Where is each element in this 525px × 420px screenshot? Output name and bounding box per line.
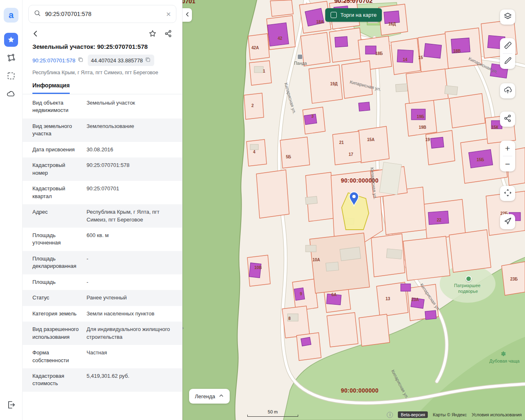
share-icon [503,114,512,124]
search-input[interactable] [45,11,162,17]
measure-button[interactable] [500,38,515,53]
layers-icon [503,12,512,23]
map-canvas[interactable] [183,0,525,420]
cloud-button[interactable] [4,87,18,101]
info-row-label: Адрес [32,208,87,224]
chevron-up-icon [219,393,224,400]
logout-icon [6,400,16,410]
locate-arrow-icon [503,217,512,227]
locate-button[interactable] [500,214,515,229]
info-row-label: Кадастровый квартал [32,185,87,200]
minus-icon: − [505,160,510,168]
info-row: Кадастровый номер90:25:070701:578 [23,158,182,181]
app-logo[interactable]: a [4,8,18,23]
star-icon [7,36,15,44]
info-row-label: Статус [32,294,87,301]
zoom-in-button[interactable]: + [500,141,515,156]
info-row-label: Вид объекта недвижимости [32,99,87,114]
pencil-icon [503,56,512,67]
info-row-label: Площадь [32,278,87,286]
collapse-panel-button[interactable] [183,8,192,22]
dashed-square-icon [6,71,16,81]
copy-icon[interactable] [145,57,151,64]
cadastral-number-chip[interactable]: 90:25:070701:578 [32,57,84,64]
upload-cloud-icon [503,86,512,96]
info-row-value: Земельный участок [87,99,176,114]
info-row-value: 90:25:070701 [87,185,176,200]
draw-button[interactable] [500,54,515,69]
info-icon[interactable]: i [387,412,393,418]
info-row-label: Кадастровая стоимость [32,372,87,388]
share-map-button[interactable] [500,112,515,127]
info-row-label: Дата присвоения [32,146,87,153]
legend-label: Легенда [195,393,215,399]
scale-label: 50 m [247,409,298,414]
info-row: Вид объекта недвижимостиЗемельный участо… [23,95,182,119]
info-table: Вид объекта недвижимостиЗемельный участо… [23,95,182,392]
pan-button[interactable] [500,186,515,201]
copy-icon[interactable] [78,57,84,64]
app-window: a ✕ Земельный уча [0,0,525,420]
info-row: Кадастровый квартал90:25:070701 [23,181,182,204]
area-select-button[interactable] [4,69,18,83]
torgi-toggle-button[interactable]: Торги на карте [325,8,382,22]
info-row: СтатусРанее учтенный [23,290,182,306]
info-row-label: Категория земель [32,310,87,317]
map-attribution: i Beta-версия Карты © Яндекс Условия исп… [387,411,522,418]
terms-link[interactable]: Условия использования [472,412,522,417]
map-scale: 50 m [247,409,298,417]
info-row-value: Для индивидуального жилищного строительс… [87,326,176,341]
coordinates-chip[interactable]: 44.407024 33.885778 [88,55,155,66]
info-row: Кадастровая стоимость5,419,301.62 руб. [23,368,182,392]
upload-button[interactable] [500,83,515,98]
zoom-group: + − [500,141,515,171]
app-iconbar: a [0,0,23,420]
object-title: Земельный участок: 90:25:070701:578 [32,43,172,50]
layers-button[interactable] [500,9,515,25]
maps-copyright-link[interactable]: Карты © Яндекс [433,412,467,417]
tab-information[interactable]: Информация [32,82,70,94]
info-row: Вид земельного участкаЗемлепользование [23,119,182,142]
back-button[interactable] [32,30,40,38]
info-row-value: Ранее учтенный [87,294,176,301]
plus-icon: + [505,144,510,153]
beta-badge: Beta-версия [398,411,428,418]
legend-button[interactable]: Легенда [189,389,230,404]
share-object-button[interactable] [164,30,172,38]
torgi-checkbox[interactable] [331,12,337,18]
info-row-label: Площадь декларированная [32,255,87,270]
favorite-object-button[interactable] [148,30,157,38]
chevron-left-icon [185,11,190,19]
polygon-select-button[interactable] [4,51,18,65]
panel-expand-handle[interactable]: › [183,324,184,331]
object-address: Республика Крым, г Ялта, пгт Симеиз, пгт… [32,70,172,75]
favorites-button[interactable] [4,33,18,47]
info-row: Дата присвоения30.08.2016 [23,142,182,158]
info-row-value: Землепользование [87,123,176,138]
object-header-row [23,23,182,38]
info-row-label: Вид земельного участка [32,123,87,138]
info-row-label: Площадь уточненная [32,232,87,247]
info-row: Категория земельЗемли населенных пунктов [23,306,182,322]
object-chips: 90:25:070701:578 44.407024 33.885778 [32,55,172,66]
detail-panel: ✕ Земельный участок: 90:25:070701:578 90… [23,0,183,420]
logout-button[interactable] [4,398,18,412]
map-toolbar: + − [500,9,515,229]
info-row: АдресРеспублика Крым, г Ялта, пгт Симеиз… [23,204,182,228]
app-logo-letter: a [9,10,14,21]
info-row: Вид разрешенного использованияДля индиви… [23,322,182,345]
cloud-icon [6,89,16,99]
info-row: Форма собственностиЧастная [23,345,182,368]
info-row-label: Вид разрешенного использования [32,326,87,341]
info-row-value: 90:25:070701:578 [87,162,176,177]
info-row-label: Кадастровый номер [32,162,87,177]
zoom-out-button[interactable]: − [500,156,515,171]
info-row-value: - [87,278,176,286]
ruler-icon [503,41,512,51]
info-row-value: Частная [87,349,176,364]
cadastral-number-text: 90:25:070701:578 [32,57,75,64]
map-area[interactable]: 90:25:07070190:25:07070290:00:00000090:0… [183,0,525,420]
polygon-select-icon [6,53,16,63]
clear-search-icon[interactable]: ✕ [166,11,171,17]
info-row-value: - [87,255,176,270]
